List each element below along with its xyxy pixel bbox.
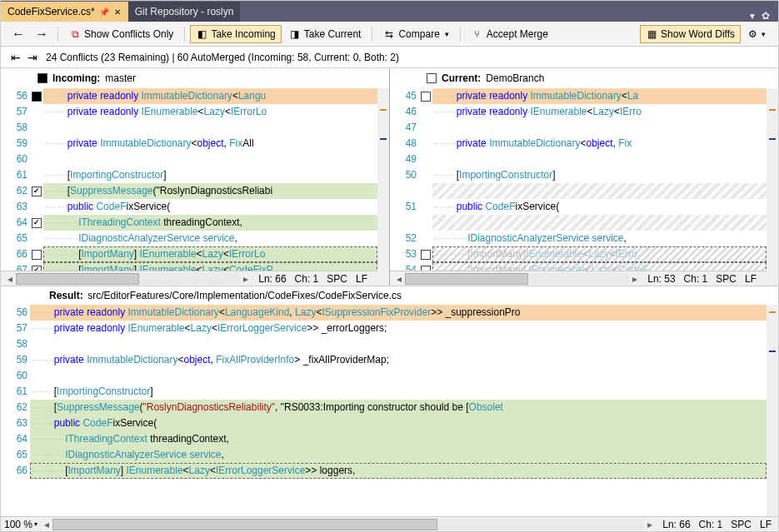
line-checkbox[interactable] [32,92,42,102]
line-content: ········private·readonly·IEnumerable<Laz… [432,104,767,120]
incoming-code-area[interactable]: 56········private·readonly·ImmutableDict… [1,88,377,271]
prev-conflict-button[interactable]: ⇤ [7,49,24,66]
line-number: 57 [1,104,30,120]
incoming-marker-strip[interactable] [377,88,389,286]
line-content: ········private·readonly·IEnumerable<Laz… [43,104,377,120]
show-conflicts-button[interactable]: ⧉ Show Conflicts Only [63,25,179,43]
line-number: 66 [1,463,30,479]
line-content: ········private·ImmutableDictionary<obje… [432,136,767,152]
show-word-diffs-button[interactable]: ▦ Show Word Diffs [640,25,741,43]
code-line[interactable]: 64············IThreadingContext·threadin… [1,215,377,231]
tab-label: CodeFixService.cs* [7,6,95,17]
line-number: 66 [1,246,30,262]
zoom-control[interactable]: 100 % ▾ [1,519,41,530]
code-line[interactable]: 64············IThreadingContext·threadin… [1,431,767,447]
code-line[interactable] [390,215,767,231]
code-line[interactable]: 57········private·readonly·IEnumerable<L… [1,321,767,336]
line-checkbox[interactable] [32,266,42,271]
line-number: 60 [1,368,30,384]
code-line[interactable]: 54············[ImportMany]·IEnumerable<L… [390,262,767,271]
tab-active[interactable]: CodeFixService.cs* 📌 ✕ [1,2,128,22]
code-line[interactable]: 53············[ImportMany]IEnumerable<La… [390,246,767,262]
code-line[interactable]: 67············[ImportMany]·IEnumerable<L… [1,262,377,271]
code-line[interactable]: 63········public·CodeFixService( [1,415,767,431]
nav-forward-button[interactable]: → [31,26,52,42]
code-line[interactable]: 61········[ImportingConstructor] [1,167,377,183]
code-line[interactable]: 63········public·CodeFixService( [1,199,377,215]
line-checkbox[interactable] [32,250,42,260]
code-line[interactable]: 52············IDiagnosticAnalyzerService… [390,231,767,246]
window-controls: ▾ ✿ [750,10,778,22]
code-line[interactable]: 56········private·readonly·ImmutableDict… [1,305,767,321]
current-select-all-checkbox[interactable] [427,73,437,83]
code-line[interactable]: 45········private·readonly·ImmutableDict… [390,88,767,104]
code-line[interactable]: 59········private·ImmutableDictionary<ob… [1,352,767,368]
code-line[interactable]: 62········[SuppressMessage("RoslynDiagno… [1,183,377,199]
code-line[interactable]: 62········[SuppressMessage("RoslynDiagno… [1,400,767,415]
line-content: ············IThreadingContext·threadingC… [30,431,767,447]
take-incoming-button[interactable]: ◧ Take Incoming [190,25,281,43]
accept-merge-button[interactable]: ⑂ Accept Merge [466,25,554,43]
code-line[interactable]: 60 [1,152,377,167]
code-line[interactable]: 57········private·readonly·IEnumerable<L… [1,104,377,120]
next-conflict-button[interactable]: ⇥ [24,49,41,66]
nav-back-button[interactable]: ← [7,26,29,42]
code-line[interactable]: 50········[ImportingConstructor] [390,167,767,183]
line-content: ········[ImportingConstructor] [432,167,767,183]
code-line[interactable]: 65············IDiagnosticAnalyzerService… [1,231,377,246]
line-content [43,152,377,167]
result-marker-strip[interactable] [767,305,778,516]
result-path: src/EditorFeatures/Core/Implementation/C… [87,290,402,301]
line-number: 49 [390,152,419,167]
compare-button[interactable]: ⇆ Compare ▾ [377,25,454,43]
line-number: 50 [390,167,419,183]
result-code-area[interactable]: 56········private·readonly·ImmutableDict… [1,305,767,516]
code-line[interactable]: 61········[ImportingConstructor] [1,384,767,400]
line-checkbox[interactable] [421,266,431,271]
line-checkbox[interactable] [421,92,431,102]
code-line[interactable]: 58 [1,336,767,352]
code-line[interactable]: 59········private·ImmutableDictionary<ob… [1,136,377,152]
chevron-down-icon[interactable]: ▾ [750,10,755,22]
scroll-left-button[interactable]: ◂ [4,273,16,285]
take-current-button[interactable]: ◨ Take Current [283,25,367,43]
scroll-left-button[interactable]: ◂ [393,273,405,285]
current-icon: ◨ [289,28,301,40]
tab-inactive[interactable]: Git Repository - roslyn [128,2,241,22]
code-line[interactable]: 49 [390,152,767,167]
gear-icon[interactable]: ✿ [762,10,770,22]
compare-icon: ⇆ [383,28,395,40]
scroll-track[interactable] [16,273,240,285]
scroll-right-button[interactable]: ▸ [240,273,252,285]
merge-toolbar: ← → ⧉ Show Conflicts Only ◧ Take Incomin… [1,22,778,47]
scroll-track[interactable] [52,519,644,530]
incoming-select-all-checkbox[interactable] [37,73,47,83]
close-icon[interactable]: ✕ [113,7,122,16]
code-line[interactable]: 56········private·readonly·ImmutableDict… [1,88,377,104]
code-line[interactable]: 58 [1,120,377,136]
current-code-area[interactable]: 45········private·readonly·ImmutableDict… [390,88,767,271]
line-checkbox[interactable] [421,250,431,260]
code-line[interactable]: 51········public·CodeFixService( [390,199,767,215]
code-line[interactable]: 66············[ImportMany]·IEnumerable<L… [1,463,767,479]
scroll-track[interactable] [405,273,629,285]
code-line[interactable]: 66············[ImportMany]·IEnumerable<L… [1,246,377,262]
line-content: ············[ImportMany]·IEnumerable<Laz… [43,246,377,262]
line-checkbox[interactable] [32,218,42,228]
line-checkbox[interactable] [32,186,42,196]
code-line[interactable]: 65············IDiagnosticAnalyzerService… [1,447,767,463]
current-marker-strip[interactable] [767,88,778,286]
code-line[interactable] [390,183,767,199]
current-scrollbar: ◂ ▸ Ln: 53 Ch: 1 SPC LF [390,271,767,286]
code-line[interactable]: 46········private·readonly·IEnumerable<L… [390,104,767,120]
code-line[interactable]: 60 [1,368,767,384]
scroll-right-button[interactable]: ▸ [644,519,656,530]
line-content [432,120,767,136]
scroll-left-button[interactable]: ◂ [41,519,52,530]
settings-button[interactable]: ⚙ ▾ [741,25,772,43]
scroll-right-button[interactable]: ▸ [629,273,641,285]
code-line[interactable]: 47 [390,120,767,136]
code-line[interactable]: 48········private·ImmutableDictionary<ob… [390,136,767,152]
pin-icon[interactable]: 📌 [100,7,108,16]
result-section: Result: src/EditorFeatures/Core/Implemen… [1,286,778,531]
